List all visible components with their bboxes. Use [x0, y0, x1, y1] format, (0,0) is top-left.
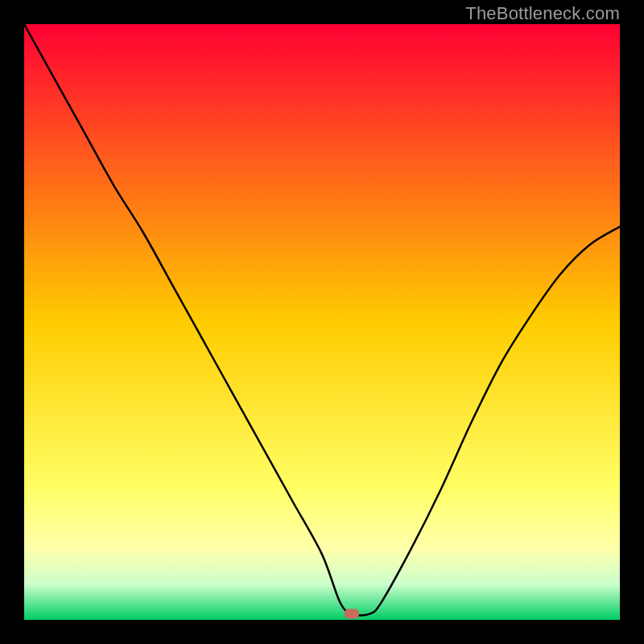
chart-background: [24, 24, 620, 620]
watermark-text: TheBottleneck.com: [465, 3, 620, 24]
min-marker: [345, 609, 359, 619]
chart-frame: TheBottleneck.com: [0, 0, 644, 644]
chart-plot-area: [24, 24, 620, 620]
chart-svg: [24, 24, 620, 620]
